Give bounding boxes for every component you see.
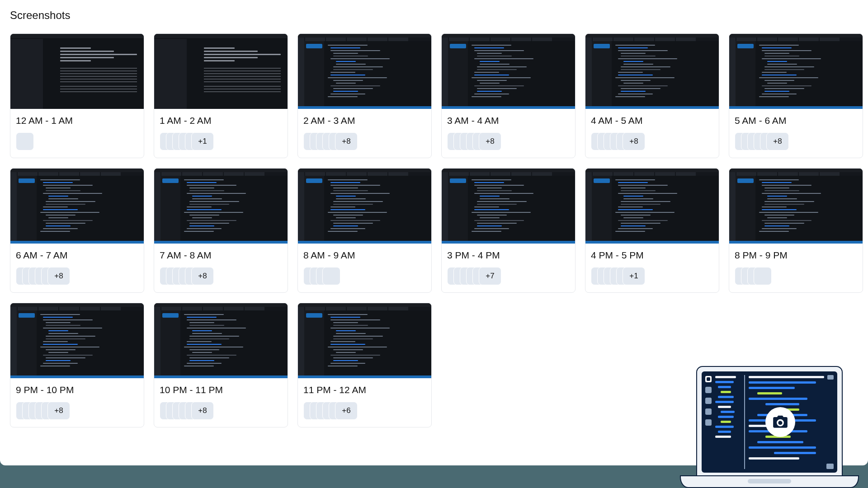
time-range-label: 1 AM - 2 AM xyxy=(160,115,282,126)
image-icon xyxy=(827,375,834,380)
time-range-label: 8 AM - 9 AM xyxy=(303,250,426,261)
card-body: 6 AM - 7 AM+8 xyxy=(10,244,144,292)
camera-icon xyxy=(765,407,795,437)
screenshot-card[interactable]: 6 AM - 7 AM+8 xyxy=(10,168,144,293)
screenshot-thumbnail[interactable] xyxy=(10,303,144,378)
thumbnail-chip-more[interactable]: +8 xyxy=(479,132,501,150)
screenshot-card[interactable]: 11 PM - 12 AM+6 xyxy=(297,303,432,427)
screenshot-thumbnail[interactable] xyxy=(10,169,144,244)
thumbnail-chip-more[interactable]: +1 xyxy=(623,267,645,285)
thumbnail-chip-more[interactable]: +1 xyxy=(191,132,214,150)
thumbnail-stack[interactable] xyxy=(16,132,138,150)
screenshot-thumbnail[interactable] xyxy=(442,34,575,109)
time-range-label: 6 AM - 7 AM xyxy=(16,250,138,261)
time-range-label: 2 AM - 3 AM xyxy=(303,115,426,126)
screenshot-card[interactable]: 9 PM - 10 PM+8 xyxy=(10,303,144,427)
card-body: 4 AM - 5 AM+8 xyxy=(585,109,719,158)
thumbnail-chip-more[interactable]: +6 xyxy=(335,402,358,420)
screenshot-thumbnail[interactable] xyxy=(729,34,863,109)
card-body: 5 AM - 6 AM+8 xyxy=(729,109,863,158)
thumbnail-chip-more[interactable]: +8 xyxy=(766,132,789,150)
thumbnail-stack[interactable]: +8 xyxy=(16,267,138,285)
time-range-label: 10 PM - 11 PM xyxy=(160,385,282,395)
card-body: 3 AM - 4 AM+8 xyxy=(442,109,575,158)
thumbnail-chip-more[interactable]: +8 xyxy=(335,132,358,150)
time-range-label: 3 AM - 4 AM xyxy=(447,115,570,126)
thumbnail-stack[interactable] xyxy=(735,267,857,285)
card-body: 9 PM - 10 PM+8 xyxy=(10,378,144,427)
screenshot-thumbnail[interactable] xyxy=(585,34,719,109)
screenshot-card[interactable]: 8 AM - 9 AM xyxy=(297,168,432,293)
screenshot-thumbnail[interactable] xyxy=(154,303,288,378)
laptop-illustration xyxy=(680,364,859,488)
screenshot-thumbnail[interactable] xyxy=(442,169,575,244)
thumbnail-chip-more[interactable]: +8 xyxy=(47,267,70,285)
thumbnail-stack[interactable]: +8 xyxy=(16,402,138,420)
camera-small-icon xyxy=(826,464,834,469)
thumbnail-chip[interactable] xyxy=(16,132,34,150)
screenshot-thumbnail[interactable] xyxy=(10,34,144,109)
screenshot-card[interactable]: 10 PM - 11 PM+8 xyxy=(154,303,288,427)
screenshot-card[interactable]: 4 PM - 5 PM+1 xyxy=(585,168,719,293)
card-body: 4 PM - 5 PM+1 xyxy=(585,244,719,292)
screenshot-card[interactable]: 8 PM - 9 PM xyxy=(729,168,863,293)
time-range-label: 12 AM - 1 AM xyxy=(16,115,138,126)
time-range-label: 5 AM - 6 AM xyxy=(735,115,857,126)
thumbnail-chip[interactable] xyxy=(322,267,340,285)
thumbnail-stack[interactable]: +7 xyxy=(447,267,570,285)
thumbnail-stack[interactable] xyxy=(303,267,426,285)
sidebar-glyph xyxy=(705,398,712,404)
time-range-label: 4 PM - 5 PM xyxy=(591,250,713,261)
thumbnail-stack[interactable]: +1 xyxy=(591,267,713,285)
thumbnail-stack[interactable]: +8 xyxy=(303,132,426,150)
thumbnail-chip[interactable] xyxy=(754,267,772,285)
time-range-label: 3 PM - 4 PM xyxy=(447,250,570,261)
thumbnail-stack[interactable]: +8 xyxy=(160,267,282,285)
video-icon xyxy=(705,376,712,382)
screenshot-thumbnail[interactable] xyxy=(298,34,431,109)
screenshot-thumbnail[interactable] xyxy=(154,169,288,244)
time-range-label: 8 PM - 9 PM xyxy=(735,250,857,261)
screenshot-card[interactable]: 12 AM - 1 AM xyxy=(10,33,144,158)
card-body: 7 AM - 8 AM+8 xyxy=(154,244,288,292)
screenshot-card[interactable]: 3 AM - 4 AM+8 xyxy=(441,33,576,158)
screenshot-thumbnail[interactable] xyxy=(154,34,288,109)
sidebar-glyph xyxy=(705,387,712,393)
thumbnail-stack[interactable]: +8 xyxy=(160,402,282,420)
screenshot-card[interactable]: 2 AM - 3 AM+8 xyxy=(297,33,432,158)
card-body: 1 AM - 2 AM+1 xyxy=(154,109,288,158)
card-body: 8 AM - 9 AM xyxy=(298,244,431,292)
card-body: 11 PM - 12 AM+6 xyxy=(298,378,431,427)
sidebar-glyph xyxy=(705,419,712,426)
sidebar-glyph xyxy=(705,408,712,415)
thumbnail-chip-more[interactable]: +8 xyxy=(47,402,70,420)
thumbnail-stack[interactable]: +8 xyxy=(591,132,713,150)
thumbnail-chip-more[interactable]: +7 xyxy=(479,267,501,285)
card-body: 2 AM - 3 AM+8 xyxy=(298,109,431,158)
card-body: 8 PM - 9 PM xyxy=(729,244,863,292)
screenshot-card[interactable]: 3 PM - 4 PM+7 xyxy=(441,168,576,293)
thumbnail-stack[interactable]: +8 xyxy=(735,132,857,150)
thumbnail-stack[interactable]: +6 xyxy=(303,402,426,420)
thumbnail-chip-more[interactable]: +8 xyxy=(623,132,645,150)
section-title: Screenshots xyxy=(10,9,858,22)
screenshot-card[interactable]: 7 AM - 8 AM+8 xyxy=(154,168,288,293)
screenshot-card[interactable]: 1 AM - 2 AM+1 xyxy=(154,33,288,158)
screenshot-thumbnail[interactable] xyxy=(298,169,431,244)
time-range-label: 7 AM - 8 AM xyxy=(160,250,282,261)
thumbnail-stack[interactable]: +1 xyxy=(160,132,282,150)
time-range-label: 11 PM - 12 AM xyxy=(303,385,426,395)
time-range-label: 9 PM - 10 PM xyxy=(16,385,138,395)
screenshot-card[interactable]: 4 AM - 5 AM+8 xyxy=(585,33,719,158)
thumbnail-chip-more[interactable]: +8 xyxy=(191,267,214,285)
screenshot-card[interactable]: 5 AM - 6 AM+8 xyxy=(729,33,863,158)
screenshot-thumbnail[interactable] xyxy=(585,169,719,244)
screenshot-thumbnail[interactable] xyxy=(298,303,431,378)
thumbnail-stack[interactable]: +8 xyxy=(447,132,570,150)
thumbnail-chip-more[interactable]: +8 xyxy=(191,402,214,420)
card-body: 3 PM - 4 PM+7 xyxy=(442,244,575,292)
card-body: 10 PM - 11 PM+8 xyxy=(154,378,288,427)
screenshot-thumbnail[interactable] xyxy=(729,169,863,244)
time-range-label: 4 AM - 5 AM xyxy=(591,115,713,126)
card-body: 12 AM - 1 AM xyxy=(10,109,144,158)
